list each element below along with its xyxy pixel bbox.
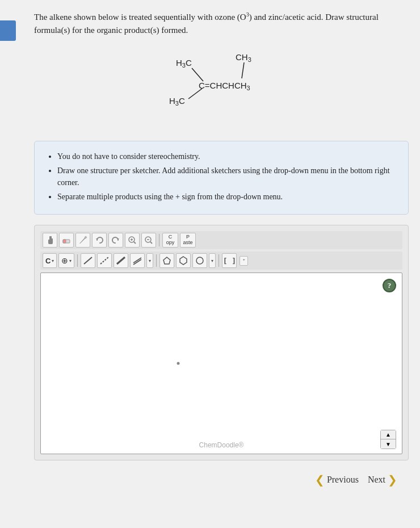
h3c-bottom-label: H3C bbox=[169, 96, 185, 107]
next-label: Next bbox=[368, 475, 385, 485]
drawing-canvas[interactable]: ? ChemDoodle® ▲ ▼ bbox=[40, 273, 402, 454]
svg-point-19 bbox=[196, 257, 203, 264]
subscript-btn[interactable]: ⁺ bbox=[240, 256, 248, 266]
hand-icon bbox=[45, 236, 54, 245]
question-text: The alkene shown below is treated sequen… bbox=[34, 10, 409, 36]
copy-btn[interactable]: C opy bbox=[162, 233, 178, 248]
copy-label: C opy bbox=[166, 234, 175, 246]
center-dot bbox=[177, 362, 179, 365]
shape-dropdown[interactable]: ▾ bbox=[209, 253, 216, 268]
zoom-in-icon bbox=[128, 236, 137, 245]
hand-tool-btn[interactable] bbox=[43, 233, 57, 248]
help-button[interactable]: ? bbox=[383, 279, 396, 292]
svg-rect-1 bbox=[63, 240, 66, 243]
double-bond-icon bbox=[132, 256, 142, 265]
svg-line-12 bbox=[84, 257, 92, 264]
chemdoodle-watermark: ChemDoodle® bbox=[199, 441, 244, 449]
zoom-out-icon bbox=[144, 236, 153, 245]
page-container: The alkene shown below is treated sequen… bbox=[0, 0, 420, 528]
eraser-btn[interactable] bbox=[59, 233, 74, 248]
content-area: The alkene shown below is treated sequen… bbox=[23, 0, 420, 498]
shape-dropdown-arrow: ▾ bbox=[211, 258, 213, 263]
redo-btn[interactable] bbox=[108, 233, 123, 248]
bond-dropdown-arrow: ▾ bbox=[149, 258, 151, 263]
ring-btn[interactable] bbox=[192, 253, 207, 268]
bond-dropdown[interactable]: ▾ bbox=[146, 253, 153, 268]
bold-bond-btn[interactable] bbox=[114, 253, 128, 268]
instruction-item-1: You do not have to consider stereochemis… bbox=[57, 150, 397, 162]
paste-btn[interactable]: P aste bbox=[180, 233, 196, 248]
svg-line-8 bbox=[134, 242, 136, 244]
bond-type-btn[interactable] bbox=[130, 253, 145, 268]
molecule-svg: H3C CH3 H3C C=CHCHCH3 bbox=[148, 44, 295, 129]
left-tab[interactable] bbox=[0, 20, 16, 41]
pencil-btn[interactable] bbox=[75, 233, 90, 248]
svg-marker-17 bbox=[163, 257, 170, 264]
next-chevron-icon: ❯ bbox=[388, 473, 397, 487]
pentagon-btn[interactable] bbox=[159, 253, 174, 268]
paste-label: P aste bbox=[183, 234, 192, 246]
svg-marker-4 bbox=[117, 238, 119, 240]
hexagon-btn[interactable] bbox=[176, 253, 191, 268]
dashed-bond-btn[interactable] bbox=[97, 253, 112, 268]
bracket-btn[interactable]: [ ] bbox=[222, 253, 237, 268]
pencil-icon bbox=[78, 236, 87, 245]
toolbar-separator-3 bbox=[156, 254, 157, 267]
toolbar-separator-1 bbox=[159, 234, 159, 246]
undo-btn[interactable] bbox=[92, 233, 107, 248]
dashed-bond-icon bbox=[99, 256, 110, 265]
undo-icon bbox=[95, 236, 104, 245]
toolbar-row-1: C opy P aste bbox=[40, 231, 402, 249]
svg-marker-18 bbox=[180, 257, 187, 265]
ring-icon bbox=[195, 256, 204, 265]
previous-label: Previous bbox=[327, 475, 359, 485]
toolbar-separator-2 bbox=[77, 254, 78, 267]
prev-chevron-icon: ❮ bbox=[315, 473, 325, 487]
instruction-item-2: Draw one structure per sketcher. Add add… bbox=[57, 165, 397, 188]
ch3-top-label: CH3 bbox=[236, 52, 251, 63]
instructions-list: You do not have to consider stereochemis… bbox=[46, 150, 397, 203]
svg-marker-3 bbox=[96, 238, 98, 240]
redo-icon bbox=[111, 236, 120, 245]
h3c-top-left-label: H3C bbox=[176, 58, 192, 69]
toolbar-row-2: C ▾ ⊕ ▾ bbox=[40, 252, 402, 270]
chemical-structure: H3C CH3 H3C C=CHCHCH3 bbox=[34, 44, 409, 129]
svg-line-13 bbox=[100, 257, 108, 264]
zoom-in-btn[interactable] bbox=[125, 233, 140, 248]
bond-line-bottom-left bbox=[188, 89, 202, 99]
plus-dropdown-arrow: ▾ bbox=[69, 258, 72, 263]
instructions-box: You do not have to consider stereochemis… bbox=[34, 141, 409, 215]
bond-line-top-right bbox=[242, 62, 244, 78]
svg-line-11 bbox=[150, 242, 152, 244]
eraser-icon bbox=[62, 236, 71, 245]
plus-icon: ⊕ bbox=[61, 256, 68, 265]
hexagon-icon bbox=[179, 256, 188, 265]
next-button[interactable]: Next ❯ bbox=[368, 473, 397, 487]
previous-button[interactable]: ❮ Previous bbox=[315, 473, 359, 487]
spin-up-btn[interactable]: ▲ bbox=[381, 430, 396, 439]
sketcher-container: C opy P aste C ▾ ⊕ ▾ bbox=[34, 225, 409, 460]
spin-down-btn[interactable]: ▼ bbox=[381, 439, 396, 449]
plus-dropdown[interactable]: ⊕ ▾ bbox=[58, 253, 74, 268]
svg-line-14 bbox=[117, 257, 125, 264]
bracket-label: [ ] bbox=[223, 257, 236, 265]
spin-control: ▲ ▼ bbox=[380, 430, 396, 449]
single-bond-icon bbox=[83, 256, 93, 265]
c-double-bond-label: C=CHCHCH3 bbox=[199, 81, 250, 91]
zoom-out-btn[interactable] bbox=[141, 233, 156, 248]
toolbar-separator-4 bbox=[219, 254, 219, 267]
nav-row: ❮ Previous Next ❯ bbox=[34, 467, 409, 492]
question-text-part1: The alkene shown below is treated sequen… bbox=[34, 12, 246, 22]
carbon-label: C bbox=[45, 257, 51, 265]
single-bond-btn[interactable] bbox=[81, 253, 95, 268]
carbon-dropdown[interactable]: C ▾ bbox=[43, 253, 57, 268]
instruction-item-3: Separate multiple products using the + s… bbox=[57, 191, 397, 203]
bond-line-top-left bbox=[192, 68, 203, 81]
bold-bond-icon bbox=[116, 256, 126, 265]
pentagon-icon bbox=[162, 256, 171, 265]
carbon-dropdown-arrow: ▾ bbox=[52, 258, 54, 263]
